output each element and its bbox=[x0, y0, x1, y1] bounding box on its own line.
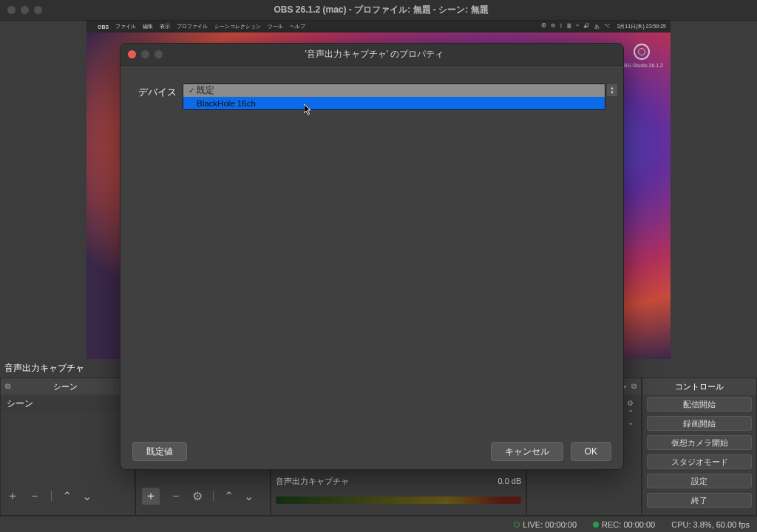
menu-scenecollection[interactable]: シーンコレクション bbox=[214, 23, 261, 30]
menubar-clock: 3月11日(木) 23:59:25 bbox=[617, 23, 666, 30]
menu-edit[interactable]: 編集 bbox=[143, 23, 153, 30]
dialog-titlebar: '音声出力キャプチャ' のプロパティ bbox=[120, 44, 623, 66]
scenes-panel: ⧉ シーン シーン ＋ － ⌃ ⌄ bbox=[0, 378, 135, 516]
controls-panel: コントロール 配信開始 録画開始 仮想カメラ開始 スタジオモード 設定 終了 bbox=[642, 378, 757, 516]
live-indicator-icon bbox=[514, 522, 520, 528]
obs-logo-icon bbox=[634, 44, 650, 60]
wifi-icon: ⌔ bbox=[576, 23, 579, 30]
chevron-down-icon[interactable]: ⌄ bbox=[628, 418, 634, 426]
gear-icon: ⚙ bbox=[551, 23, 555, 30]
mac-menubar: OBS ファイル 編集 表示 プロファイル シーンコレクション ツール ヘルプ … bbox=[86, 21, 671, 33]
device-dropdown[interactable]: ✓ 既定 BlackHole 16ch bbox=[183, 83, 605, 110]
volume-icon: 🔊 bbox=[583, 23, 590, 30]
cpu-status: CPU: 3.8%, 60.00 fps bbox=[671, 520, 750, 529]
dialog-close-dot[interactable] bbox=[128, 50, 136, 58]
bluetooth-icon: ᛒ bbox=[560, 23, 563, 30]
scene-up-icon[interactable]: ⌃ bbox=[62, 489, 72, 503]
status-bar: LIVE: 00:00:00 REC: 00:00:00 CPU: 3.8%, … bbox=[0, 516, 757, 532]
ok-button[interactable]: OK bbox=[571, 442, 611, 461]
exit-button[interactable]: 終了 bbox=[647, 493, 752, 508]
defaults-button[interactable]: 既定値 bbox=[132, 442, 187, 461]
scenes-header: シーン bbox=[15, 381, 117, 392]
main-traffic-lights bbox=[7, 6, 42, 14]
obs-desktop-label: OBS-Studio 26.1.2 bbox=[620, 63, 663, 68]
main-window-title: OBS 26.1.2 (mac) - プロファイル: 無題 - シーン: 無題 bbox=[42, 4, 720, 16]
menubar-status-icons: ⦿ ⚙ ᛒ 🀫 ⌔ 🔊 あ ⌥ bbox=[541, 23, 610, 30]
scenes-toolbar: ＋ － ⌃ ⌄ bbox=[1, 485, 135, 506]
menu-obs[interactable]: OBS bbox=[98, 24, 109, 30]
scene-remove-icon[interactable]: － bbox=[29, 488, 41, 504]
controls-header: コントロール bbox=[647, 381, 752, 392]
close-dot[interactable] bbox=[7, 6, 16, 14]
source-up-icon[interactable]: ⌃ bbox=[224, 489, 234, 503]
rec-indicator-icon bbox=[593, 522, 599, 528]
battery-icon: 🀫 bbox=[567, 23, 571, 30]
dropdown-stepper-icon[interactable]: ▲▼ bbox=[607, 84, 617, 96]
sources-toolbar: ＋ － ⚙ ⌃ ⌄ bbox=[136, 485, 270, 506]
menu-tools[interactable]: ツール bbox=[268, 23, 283, 30]
mixer-db-2: 0.0 dB bbox=[498, 477, 522, 485]
virtual-camera-button[interactable]: 仮想カメラ開始 bbox=[647, 435, 752, 450]
menu-profile[interactable]: プロファイル bbox=[177, 23, 208, 30]
mixer-label-2: 音声出力キャプチャ bbox=[276, 476, 349, 487]
cancel-button[interactable]: キャンセル bbox=[491, 442, 563, 461]
source-settings-icon[interactable]: ⚙ bbox=[192, 489, 203, 503]
minimize-dot[interactable] bbox=[21, 6, 29, 14]
dialog-min-dot[interactable] bbox=[141, 50, 149, 58]
zoom-dot[interactable] bbox=[34, 6, 42, 14]
check-icon: ✓ bbox=[186, 86, 197, 95]
chevron-up-icon[interactable]: ⌃ bbox=[628, 409, 634, 417]
rec-status: REC: 00:00:00 bbox=[593, 520, 655, 529]
dock-undock-icon[interactable]: ⧉ bbox=[5, 382, 10, 391]
source-down-icon[interactable]: ⌄ bbox=[244, 489, 254, 503]
dialog-zoom-dot[interactable] bbox=[155, 50, 163, 58]
device-option-blackhole[interactable]: BlackHole 16ch bbox=[183, 97, 605, 109]
obs-desktop-icon: OBS-Studio 26.1.2 bbox=[620, 44, 663, 68]
input-icon: あ bbox=[594, 23, 600, 30]
studio-mode-button[interactable]: スタジオモード bbox=[647, 454, 752, 469]
audio-meter-2 bbox=[276, 497, 522, 504]
main-window-titlebar: OBS 26.1.2 (mac) - プロファイル: 無題 - シーン: 無題 bbox=[0, 0, 757, 21]
start-record-button[interactable]: 録画開始 bbox=[647, 416, 752, 431]
menu-file[interactable]: ファイル bbox=[115, 23, 136, 30]
menu-view[interactable]: 表示 bbox=[160, 23, 170, 30]
scene-item[interactable]: シーン bbox=[1, 395, 135, 413]
menu-help[interactable]: ヘルプ bbox=[290, 23, 305, 30]
device-option-default[interactable]: ✓ 既定 bbox=[183, 84, 605, 97]
scene-add-icon[interactable]: ＋ bbox=[7, 488, 18, 504]
transition-gear-icon[interactable]: ⚙ bbox=[627, 399, 634, 407]
source-remove-icon[interactable]: － bbox=[170, 488, 182, 504]
live-status: LIVE: 00:00:00 bbox=[514, 520, 577, 529]
control-center-icon: ⌥ bbox=[604, 23, 610, 30]
start-stream-button[interactable]: 配信開始 bbox=[647, 397, 752, 412]
properties-dialog: '音声出力キャプチャ' のプロパティ デバイス ✓ 既定 BlackHole 1… bbox=[120, 43, 624, 470]
dialog-title: '音声出力キャプチャ' のプロパティ bbox=[163, 48, 586, 61]
scene-down-icon[interactable]: ⌄ bbox=[82, 489, 92, 503]
record-indicator-icon: ⦿ bbox=[541, 23, 546, 30]
device-label: デバイス bbox=[138, 83, 177, 99]
dock-undock-icon[interactable]: ⧉ bbox=[631, 382, 637, 391]
source-add-icon[interactable]: ＋ bbox=[142, 488, 160, 505]
settings-button[interactable]: 設定 bbox=[647, 474, 752, 488]
